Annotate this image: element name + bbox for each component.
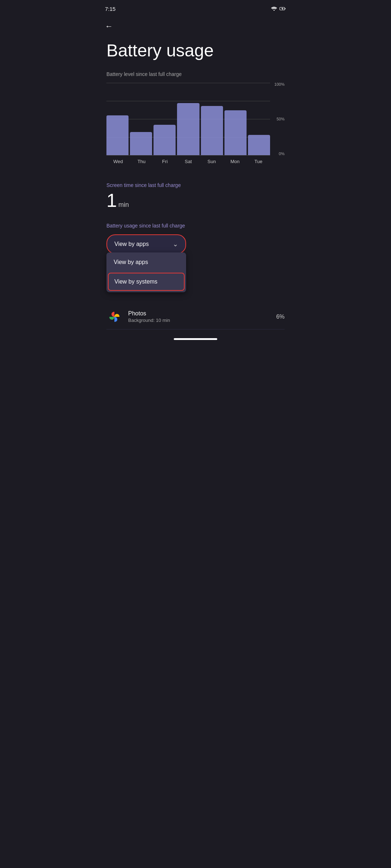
photos-icon-svg <box>106 309 122 325</box>
dropdown-option-view-by-systems[interactable]: View by systems <box>108 273 185 291</box>
bar-sun <box>201 106 223 155</box>
battery-usage-section: Battery usage since last full charge Vie… <box>98 217 293 254</box>
photos-app-name: Photos <box>128 310 270 317</box>
status-bar: 7:15 <box>98 0 293 16</box>
bar-group-sat <box>177 83 199 155</box>
grid-line-0 <box>106 155 270 156</box>
photos-app-info: Photos Background: 10 min <box>128 310 270 323</box>
day-label-fri: Fri <box>153 157 177 164</box>
bar-group-thu <box>130 83 152 155</box>
wifi-icon <box>271 6 277 11</box>
photos-app-percent: 6% <box>276 314 285 320</box>
app-item-photos[interactable]: Photos Background: 10 min 6% <box>106 305 285 329</box>
back-button[interactable]: ← <box>98 16 293 34</box>
bar-mon <box>224 110 247 155</box>
screen-time-value: 1 min <box>106 191 285 210</box>
bar-group-fri <box>154 83 176 155</box>
screen-time-number: 1 <box>106 191 117 210</box>
dropdown-menu: View by apps View by systems <box>106 252 186 292</box>
pct-label-100: 100% <box>274 82 285 86</box>
bar-group-mon <box>224 83 247 155</box>
pct-label-0: 0% <box>279 152 285 156</box>
photos-app-subtitle: Background: 10 min <box>128 318 270 323</box>
bar-group-tue <box>248 83 270 155</box>
days-labels: WedThuFriSatSunMonTue <box>106 157 285 164</box>
bar-sat <box>177 103 199 155</box>
screen-time-unit: min <box>118 201 129 209</box>
battery-chart: 100% 50% 0% <box>106 83 285 155</box>
page-title: Battery usage <box>98 34 293 71</box>
bar-wed <box>106 115 129 155</box>
svg-marker-2 <box>281 7 283 10</box>
day-label-thu: Thu <box>130 157 154 164</box>
status-icons <box>271 6 286 11</box>
status-time: 7:15 <box>105 6 115 12</box>
day-label-sat: Sat <box>177 157 200 164</box>
back-arrow-icon: ← <box>105 22 113 31</box>
bar-group-wed <box>106 83 129 155</box>
dropdown-selected-text: View by apps <box>114 241 149 247</box>
photos-app-icon <box>106 309 122 325</box>
app-list: Photos Background: 10 min 6% <box>98 297 293 329</box>
view-by-dropdown-button[interactable]: View by apps ⌄ <box>106 234 186 254</box>
dropdown-container: View by apps ⌄ View by apps View by syst… <box>106 234 285 254</box>
day-label-mon: Mon <box>223 157 247 164</box>
pct-label-50: 50% <box>277 117 285 121</box>
home-indicator <box>174 338 217 340</box>
chevron-down-icon: ⌄ <box>173 240 178 248</box>
svg-rect-1 <box>285 8 285 9</box>
day-label-sun: Sun <box>200 157 223 164</box>
day-label-wed: Wed <box>106 157 130 164</box>
chart-label: Battery level since last full charge <box>106 71 285 77</box>
chart-section: Battery level since last full charge 100… <box>98 71 293 164</box>
bar-fri <box>154 125 176 155</box>
screen-time-section: Screen time since last full charge 1 min <box>98 175 293 217</box>
bar-group-sun <box>201 83 223 155</box>
chart-percent-labels: 100% 50% 0% <box>270 83 285 155</box>
battery-usage-title: Battery usage since last full charge <box>106 223 285 229</box>
chart-bars <box>106 83 270 155</box>
screen-time-title: Screen time since last full charge <box>106 182 285 188</box>
bar-thu <box>130 132 152 155</box>
dropdown-option-view-by-apps[interactable]: View by apps <box>106 252 186 272</box>
battery-charging-icon <box>279 6 286 11</box>
day-label-tue: Tue <box>247 157 270 164</box>
bar-tue <box>248 135 270 155</box>
